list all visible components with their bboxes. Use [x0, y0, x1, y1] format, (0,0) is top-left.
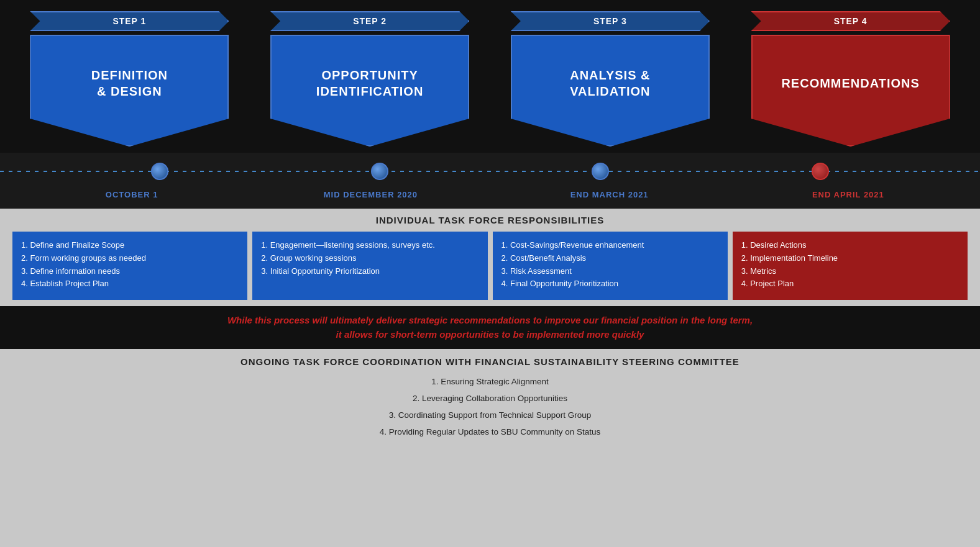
step-3-col: STEP 3 ANALYSIS &VALIDATION — [493, 11, 728, 147]
task-box-3: 1. Cost-Savings/Revenue enhancement 2. C… — [493, 232, 728, 300]
step-3-chevron: ANALYSIS &VALIDATION — [511, 35, 710, 147]
step-1-header: STEP 1 — [30, 11, 229, 31]
italic-red-section: While this process will ultimately deliv… — [0, 306, 980, 349]
step-2-header: STEP 2 — [270, 11, 469, 31]
step-3-title: ANALYSIS &VALIDATION — [570, 67, 650, 115]
task-box-2: 1. Engagement—listening sessions, survey… — [252, 232, 487, 300]
step-3-header: STEP 3 — [511, 11, 710, 31]
ongoing-list: 1. Ensuring Strategic Alignment 2. Lever… — [12, 373, 968, 440]
task-box-2-item-3: 3. Initial Opportunity Prioritization — [261, 266, 380, 276]
task-box-1-item-4: 4. Establish Project Plan — [21, 279, 109, 288]
ongoing-title: ONGOING TASK FORCE COORDINATION WITH FIN… — [12, 356, 968, 367]
task-box-4-item-4: 4. Project Plan — [741, 279, 794, 288]
task-box-3-item-1: 1. Cost-Savings/Revenue enhancement — [501, 240, 644, 250]
step-1-title: DEFINITION& DESIGN — [91, 67, 168, 115]
task-box-3-item-2: 2. Cost/Benefit Analysis — [501, 253, 587, 263]
italic-line-2: it allows for short-term opportunities t… — [336, 329, 644, 340]
ongoing-item-2: 2. Leveraging Collaboration Opportunitie… — [12, 390, 968, 407]
timeline-dot-1 — [151, 163, 168, 180]
task-box-4: 1. Desired Actions 2. Implementation Tim… — [733, 232, 968, 300]
timeline-dot-2 — [371, 163, 388, 180]
step-1-chevron: DEFINITION& DESIGN — [30, 35, 229, 147]
step-2-col: STEP 2 OPPORTUNITYIDENTIFICATION — [253, 11, 487, 147]
gray-section: INDIVIDUAL TASK FORCE RESPONSIBILITIES 1… — [0, 209, 980, 306]
step-2-title: OPPORTUNITYIDENTIFICATION — [316, 67, 424, 115]
date-3: END MARCH 2021 — [490, 190, 729, 199]
ongoing-item-4: 4. Providing Regular Updates to SBU Comm… — [12, 423, 968, 440]
task-box-1: 1. Define and Finalize Scope 2. Form wor… — [12, 232, 247, 300]
timeline — [0, 156, 980, 187]
timeline-dot-4 — [812, 163, 829, 180]
timeline-dot-3 — [592, 163, 609, 180]
italic-red-text: While this process will ultimately deliv… — [12, 314, 968, 341]
bottom-gray-section: ONGOING TASK FORCE COORDINATION WITH FIN… — [0, 349, 980, 547]
task-box-4-item-3: 3. Metrics — [741, 266, 776, 276]
step-2-chevron: OPPORTUNITYIDENTIFICATION — [270, 35, 469, 147]
step-4-header: STEP 4 — [751, 11, 950, 31]
task-box-2-item-2: 2. Group working sessions — [261, 253, 356, 263]
step-4-title: RECOMMENDATIONS — [781, 75, 919, 107]
task-box-4-item-1: 1. Desired Actions — [741, 240, 807, 250]
italic-line-1: While this process will ultimately deliv… — [227, 315, 753, 325]
date-4: END APRIL 2021 — [729, 190, 968, 199]
steps-section: STEP 1 DEFINITION& DESIGN STEP 2 OPPORTU… — [0, 0, 980, 153]
task-box-2-item-1: 1. Engagement—listening sessions, survey… — [261, 240, 435, 250]
task-box-3-item-4: 4. Final Opportunity Prioritization — [501, 279, 619, 288]
step-4-chevron: RECOMMENDATIONS — [751, 35, 950, 147]
task-boxes-row: 1. Define and Finalize Scope 2. Form wor… — [12, 232, 968, 300]
individual-task-title: INDIVIDUAL TASK FORCE RESPONSIBILITIES — [12, 215, 968, 225]
task-box-1-item-1: 1. Define and Finalize Scope — [21, 240, 124, 250]
task-box-1-item-3: 3. Define information needs — [21, 266, 120, 276]
task-box-4-item-2: 2. Implementation Timeline — [741, 253, 838, 263]
date-2: MID DECEMBER 2020 — [251, 190, 490, 199]
ongoing-item-3: 3. Coordinating Support from Technical S… — [12, 407, 968, 423]
step-4-col: STEP 4 RECOMMENDATIONS — [733, 11, 968, 147]
task-box-3-item-3: 3. Risk Assessment — [501, 266, 572, 276]
date-1: OCTOBER 1 — [12, 190, 251, 199]
dates-section: OCTOBER 1 MID DECEMBER 2020 END MARCH 20… — [0, 190, 980, 209]
main-container: STEP 1 DEFINITION& DESIGN STEP 2 OPPORTU… — [0, 0, 980, 547]
dots-container — [0, 156, 980, 187]
task-box-1-item-2: 2. Form working groups as needed — [21, 253, 146, 263]
step-1-col: STEP 1 DEFINITION& DESIGN — [12, 11, 247, 147]
ongoing-item-1: 1. Ensuring Strategic Alignment — [12, 373, 968, 390]
